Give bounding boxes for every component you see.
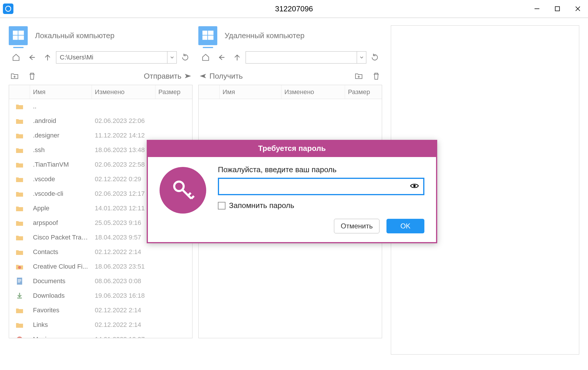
table-row[interactable]: Documents08.06.2023 0:08 — [9, 274, 192, 288]
local-up-button[interactable] — [40, 50, 55, 65]
file-modified: 02.06.2023 12:17 — [92, 190, 155, 198]
file-icon — [9, 263, 30, 270]
send-label: Отправить — [144, 72, 181, 81]
remember-password-row[interactable]: Запомнить пароль — [218, 201, 424, 210]
password-field-wrap — [218, 178, 424, 195]
svg-rect-8 — [18, 36, 24, 40]
file-name: .designer — [30, 132, 92, 139]
remote-delete-button[interactable] — [370, 70, 382, 82]
svg-point-11 — [18, 266, 21, 269]
remote-col-icon[interactable] — [199, 85, 220, 99]
svg-rect-18 — [202, 31, 207, 35]
remote-up-button[interactable] — [230, 50, 244, 65]
local-home-button[interactable] — [9, 50, 23, 65]
svg-point-28 — [413, 185, 416, 187]
file-modified: 02.12.2022 0:29 — [92, 175, 155, 183]
file-name: Favorites — [30, 306, 92, 314]
file-icon — [9, 307, 30, 314]
table-row[interactable]: Downloads19.06.2023 16:18 — [9, 288, 192, 303]
svg-rect-5 — [13, 31, 18, 35]
file-name: Links — [30, 321, 92, 329]
local-new-folder-button[interactable] — [9, 70, 20, 82]
file-modified: 02.12.2022 2:14 — [92, 248, 155, 256]
local-refresh-button[interactable] — [178, 50, 192, 65]
remote-col-modified[interactable]: Изменено — [281, 85, 345, 99]
svg-rect-20 — [202, 36, 207, 40]
local-col-icon[interactable] — [9, 85, 30, 99]
file-modified: 02.12.2022 2:14 — [92, 321, 155, 329]
local-col-size[interactable]: Размер — [155, 85, 190, 99]
table-row[interactable]: Contacts02.12.2022 2:14 — [9, 245, 192, 259]
svg-point-17 — [17, 336, 22, 338]
receive-button[interactable]: Получить — [198, 72, 243, 81]
table-row[interactable]: Creative Cloud Fi...18.06.2023 23:51 — [9, 259, 192, 274]
remote-col-name[interactable]: Имя — [220, 85, 281, 99]
file-modified: 11.12.2022 14:12 — [92, 132, 155, 139]
remote-back-button[interactable] — [214, 50, 229, 65]
file-icon — [9, 176, 30, 183]
eye-icon — [410, 181, 419, 191]
local-pane-title: Локальный компьютер — [35, 31, 115, 40]
file-name: .ssh — [30, 146, 92, 154]
file-icon — [9, 277, 30, 285]
remote-path-combo[interactable] — [246, 51, 366, 64]
file-name: .vscode-cli — [30, 190, 92, 198]
toggle-password-visibility-button[interactable] — [410, 181, 419, 192]
close-button[interactable] — [572, 3, 584, 15]
local-delete-button[interactable] — [26, 70, 38, 82]
remote-home-button[interactable] — [198, 50, 213, 65]
local-path-input[interactable] — [56, 52, 167, 63]
table-row[interactable]: Links02.12.2022 2:14 — [9, 318, 192, 332]
send-button[interactable]: Отправить — [144, 72, 192, 81]
file-name: Creative Cloud Fi... — [30, 263, 92, 270]
password-input[interactable] — [223, 182, 406, 191]
remember-password-checkbox[interactable] — [218, 202, 225, 209]
file-icon — [9, 190, 30, 197]
remote-new-folder-button[interactable] — [353, 70, 365, 82]
ok-button[interactable]: OK — [386, 219, 424, 233]
local-col-name[interactable]: Имя — [30, 85, 92, 99]
remote-col-size[interactable]: Размер — [345, 85, 380, 99]
cancel-button[interactable]: Отменить — [334, 219, 379, 233]
local-path-dropdown[interactable] — [167, 52, 176, 63]
file-icon — [9, 161, 30, 168]
titlebar: 312207096 — [0, 0, 588, 17]
svg-line-27 — [191, 196, 194, 199]
file-modified: 02.06.2023 22:06 — [92, 117, 155, 125]
dialog-title: Требуется пароль — [148, 141, 436, 157]
remote-refresh-button[interactable] — [368, 50, 382, 65]
local-path-combo[interactable] — [56, 51, 177, 64]
file-name: .android — [30, 117, 92, 125]
table-row[interactable]: .. — [9, 99, 192, 114]
maximize-button[interactable] — [552, 3, 563, 15]
file-name: .TianTianVM — [30, 161, 92, 168]
file-name: Apple — [30, 205, 92, 212]
file-icon — [9, 132, 30, 139]
minimize-button[interactable] — [531, 3, 543, 15]
remote-path-dropdown[interactable] — [357, 52, 366, 63]
file-modified: 02.12.2022 2:14 — [92, 306, 155, 314]
local-col-modified[interactable]: Изменено — [92, 85, 155, 99]
arrow-right-icon — [184, 72, 192, 80]
svg-rect-21 — [208, 36, 214, 40]
file-icon — [9, 234, 30, 241]
table-row[interactable]: Music14.01.2023 12:07 — [9, 332, 192, 338]
svg-rect-7 — [13, 36, 18, 40]
file-modified: 25.05.2023 9:16 — [92, 219, 155, 227]
table-row[interactable]: Favorites02.12.2022 2:14 — [9, 303, 192, 318]
file-modified: 14.01.2023 12:07 — [92, 336, 155, 338]
svg-rect-14 — [18, 281, 21, 281]
local-back-button[interactable] — [24, 50, 39, 65]
file-modified: 18.06.2023 23:51 — [92, 263, 155, 270]
svg-rect-19 — [208, 31, 214, 35]
file-modified: 18.04.2023 9:57 — [92, 234, 155, 241]
file-name: Music — [30, 336, 92, 338]
file-name: Cisco Packet Trac... — [30, 234, 92, 241]
remote-table-header: Имя Изменено Размер — [199, 85, 382, 99]
file-icon — [9, 335, 30, 338]
table-row[interactable]: .android02.06.2023 22:06 — [9, 114, 192, 128]
file-icon — [9, 117, 30, 124]
remember-password-label: Запомнить пароль — [229, 201, 294, 210]
remote-path-input[interactable] — [246, 52, 357, 63]
dialog-prompt: Пожалуйста, введите ваш пароль — [218, 165, 424, 174]
